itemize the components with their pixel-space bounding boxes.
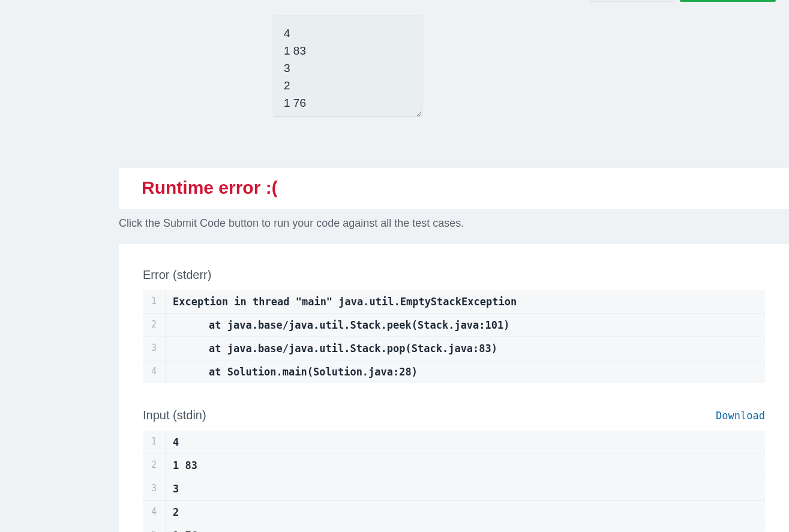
- stderr-header: Error (stderr): [143, 268, 765, 282]
- stdin-block: 1421 83334251 76: [143, 431, 765, 532]
- line-number: 2: [143, 454, 166, 477]
- line-number: 3: [143, 337, 166, 360]
- line-code: 2: [166, 501, 765, 524]
- line-number: 5: [143, 524, 166, 532]
- custom-input-textarea[interactable]: [274, 16, 422, 117]
- stderr-title: Error (stderr): [143, 268, 211, 282]
- line-code: 4: [166, 431, 765, 453]
- stdin-title: Input (stdin): [143, 408, 206, 422]
- code-row: 33: [143, 477, 765, 501]
- line-code: at java.base/java.util.Stack.peek(Stack.…: [166, 314, 765, 336]
- hint-text: Click the Submit Code button to run your…: [119, 217, 789, 230]
- primary-action-button[interactable]: [680, 0, 776, 2]
- code-row: 42: [143, 501, 765, 524]
- line-number: 4: [143, 501, 166, 524]
- line-number: 1: [143, 290, 166, 313]
- status-banner: Runtime error :(: [119, 168, 789, 209]
- line-code: 1 83: [166, 454, 765, 477]
- results-column: Runtime error :( Click the Submit Code b…: [119, 168, 789, 532]
- line-code: at Solution.main(Solution.java:28): [166, 360, 765, 383]
- line-code: 3: [166, 477, 765, 500]
- line-code: 1 76: [166, 524, 765, 532]
- line-number: 4: [143, 360, 166, 383]
- line-code: Exception in thread "main" java.util.Emp…: [166, 290, 765, 313]
- code-row: 14: [143, 431, 765, 454]
- code-row: 2at java.base/java.util.Stack.peek(Stack…: [143, 314, 765, 337]
- stderr-block: 1Exception in thread "main" java.util.Em…: [143, 290, 765, 383]
- code-row: 21 83: [143, 454, 765, 477]
- code-row: 3at java.base/java.util.Stack.pop(Stack.…: [143, 337, 765, 360]
- result-panel[interactable]: Error (stderr) 1Exception in thread "mai…: [119, 244, 789, 532]
- code-row: 51 76: [143, 524, 765, 532]
- line-number: 1: [143, 431, 166, 453]
- download-link[interactable]: Download: [716, 410, 765, 422]
- custom-input-container: [274, 16, 422, 117]
- secondary-action-button[interactable]: [590, 0, 674, 2]
- line-number: 2: [143, 314, 166, 336]
- code-row: 4at Solution.main(Solution.java:28): [143, 360, 765, 383]
- code-row: 1Exception in thread "main" java.util.Em…: [143, 290, 765, 314]
- line-number: 3: [143, 477, 166, 500]
- status-title: Runtime error :(: [142, 178, 766, 198]
- stdin-header: Input (stdin) Download: [143, 408, 765, 422]
- line-code: at java.base/java.util.Stack.pop(Stack.j…: [166, 337, 765, 360]
